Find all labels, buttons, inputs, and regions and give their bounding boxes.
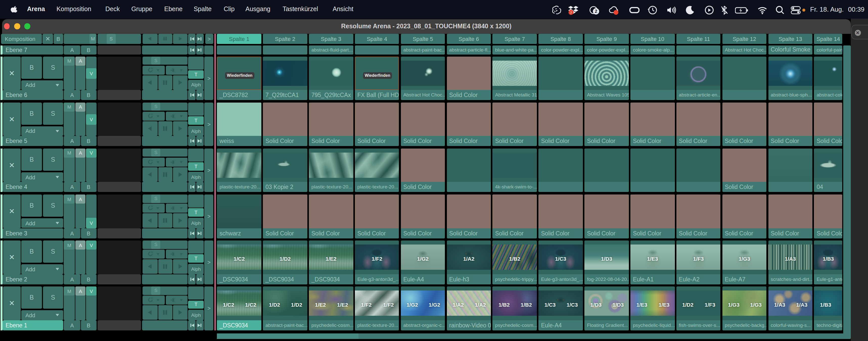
svg-text:7: 7 [570, 10, 572, 15]
svg-text:2: 2 [595, 9, 597, 14]
